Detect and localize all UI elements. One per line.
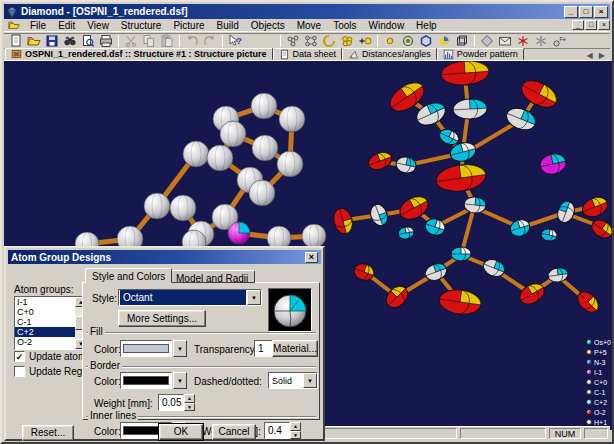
border-color-swatch[interactable] xyxy=(120,372,172,389)
menu-structure[interactable]: Structure xyxy=(115,20,168,31)
open-icon[interactable] xyxy=(25,34,43,49)
help-icon[interactable]: ? xyxy=(226,34,244,49)
legend-label: P+5 xyxy=(594,349,607,356)
sphere-style-icon[interactable] xyxy=(435,34,453,49)
num-lock-indicator: NUM xyxy=(549,428,581,439)
dashed-dotted-combobox[interactable]: Solid ▼ xyxy=(268,372,318,389)
legend-item[interactable]: O-2 xyxy=(586,407,614,417)
legend-item[interactable]: N-3 xyxy=(586,357,614,367)
ring-icon[interactable] xyxy=(417,34,435,49)
atom-group-item-c-1[interactable]: C-1 xyxy=(15,317,75,327)
tab-scroll-arrows[interactable]: ◀ ▶ xyxy=(586,51,610,60)
legend-item[interactable]: C+2 xyxy=(586,397,614,407)
atom-groups-listbox[interactable]: I-1C+0C-1C+2O-2 ▲ ▼ xyxy=(14,296,88,350)
more-settings-button[interactable]: More Settings... xyxy=(118,310,206,327)
checkbox-empty-icon[interactable] xyxy=(14,366,25,377)
border-color-label: Color: xyxy=(94,376,121,387)
legend-item[interactable]: P+5 xyxy=(586,347,614,357)
atom-label-icon[interactable]: Fe xyxy=(550,34,568,49)
find-icon[interactable] xyxy=(61,34,79,49)
menu-objects[interactable]: Objects xyxy=(245,20,291,31)
maximize-button[interactable]: □ xyxy=(579,6,593,18)
print-icon[interactable] xyxy=(97,34,115,49)
fill-color-swatch[interactable] xyxy=(120,340,172,357)
fill-cell-icon[interactable] xyxy=(338,34,356,49)
mdi-minimize-button[interactable]: _ xyxy=(572,20,584,30)
border-color-dropdown-icon[interactable]: ▼ xyxy=(173,372,187,389)
atom-design-icon[interactable] xyxy=(381,34,399,49)
inner-weight-spinner[interactable]: ▲▼ xyxy=(290,422,301,439)
atom-group-item-c+0[interactable]: C+0 xyxy=(15,307,75,317)
status-panel-right xyxy=(584,428,608,439)
ok-button[interactable]: OK xyxy=(159,424,203,440)
legend-item[interactable]: I-1 xyxy=(586,367,614,377)
transparency-label: Transparency: xyxy=(194,344,258,355)
checkbox-check-icon[interactable]: ✓ xyxy=(14,351,25,362)
dialog-title: Atom Group Designs xyxy=(11,252,111,263)
toolbar-separator xyxy=(474,35,475,47)
menu-tools[interactable]: Tools xyxy=(327,20,362,31)
undo-icon xyxy=(183,34,201,49)
polyhedron-design-icon[interactable] xyxy=(478,34,496,49)
legend-item[interactable]: Os+0 xyxy=(586,337,614,347)
menu-view[interactable]: View xyxy=(81,20,115,31)
atom-environment-icon[interactable] xyxy=(399,34,417,49)
add-atom-icon[interactable] xyxy=(356,34,374,49)
fill-color-dropdown-icon[interactable]: ▼ xyxy=(173,340,187,357)
menu-window[interactable]: Window xyxy=(363,20,411,31)
menu-help[interactable]: Help xyxy=(410,20,443,31)
save-icon[interactable] xyxy=(43,34,61,49)
dialog-close-icon[interactable]: × xyxy=(305,252,318,263)
legend-label: H+1 xyxy=(594,419,607,426)
tab-model-and-radii[interactable]: Model and Radii xyxy=(169,270,255,283)
toolbar-separator xyxy=(377,35,378,47)
close-button[interactable]: × xyxy=(594,6,608,18)
border-weight-spinner[interactable]: ▲▼ xyxy=(184,394,195,411)
tab-structure-picture[interactable]: OSPNI_1_rendered.dsf :: Structure #1 : S… xyxy=(5,48,273,60)
atom-group-item-c+2[interactable]: C+2 xyxy=(15,327,75,337)
create-molecules-icon[interactable] xyxy=(284,34,302,49)
tab-data-sheet[interactable]: Data sheet xyxy=(273,48,343,60)
cancel-button[interactable]: Cancel xyxy=(212,424,256,440)
paste-icon xyxy=(158,34,176,49)
window-title: Diamond - [OSPNI_1_rendered.dsf] xyxy=(21,6,188,17)
menu-edit[interactable]: Edit xyxy=(52,20,81,31)
atom-group-item-i-1[interactable]: I-1 xyxy=(15,297,75,307)
style-combobox[interactable]: Octant ▼ xyxy=(118,289,262,306)
toolbar-separator xyxy=(118,35,119,47)
svg-text:?: ? xyxy=(236,36,242,46)
legend-label: I-1 xyxy=(594,369,602,376)
new-icon[interactable] xyxy=(7,34,25,49)
packing-icon[interactable] xyxy=(302,34,320,49)
inner-weight-field[interactable]: 0.4 xyxy=(264,422,290,439)
update-atoms-checkbox[interactable]: ✓ Update atoms xyxy=(14,351,91,362)
reset-button[interactable]: Reset... xyxy=(22,425,74,441)
border-weight-field[interactable]: 0.05 xyxy=(158,394,184,411)
unit-cell-icon[interactable] xyxy=(453,34,471,49)
legend-item[interactable]: C-1 xyxy=(586,387,614,397)
menu-build[interactable]: Build xyxy=(211,20,245,31)
menu-file[interactable]: File xyxy=(24,20,52,31)
chevron-down-icon[interactable]: ▼ xyxy=(303,373,317,388)
atom-group-item-o-2[interactable]: O-2 xyxy=(15,337,75,347)
fill-separator xyxy=(86,332,316,334)
tab-distances-angles[interactable]: Distances/angles xyxy=(342,48,437,60)
title-bar[interactable]: Diamond - [OSPNI_1_rendered.dsf] _ □ × xyxy=(4,4,610,19)
molecule-style-icon[interactable] xyxy=(514,34,532,49)
legend-item[interactable]: C+0 xyxy=(586,377,614,387)
print-preview-icon[interactable] xyxy=(79,34,97,49)
dialog-title-bar[interactable]: Atom Group Designs × xyxy=(8,250,321,264)
mdi-restore-button[interactable]: □ xyxy=(585,20,597,30)
tab-style-and-colors[interactable]: Style and Colors xyxy=(85,268,172,283)
polyhedra-icon[interactable] xyxy=(320,34,338,49)
molecule2-style-icon[interactable] xyxy=(532,34,550,49)
legend-item[interactable]: H+1 xyxy=(586,417,614,427)
menu-picture[interactable]: Picture xyxy=(167,20,210,31)
packing-design-icon[interactable] xyxy=(496,34,514,49)
menu-move[interactable]: Move xyxy=(291,20,327,31)
mdi-close-button[interactable]: × xyxy=(598,20,610,30)
material-button[interactable]: Material... xyxy=(272,340,318,357)
chevron-down-icon[interactable]: ▼ xyxy=(247,290,261,305)
minimize-button[interactable]: _ xyxy=(564,6,578,18)
tab-powder-pattern[interactable]: Powder pattern xyxy=(437,48,524,60)
